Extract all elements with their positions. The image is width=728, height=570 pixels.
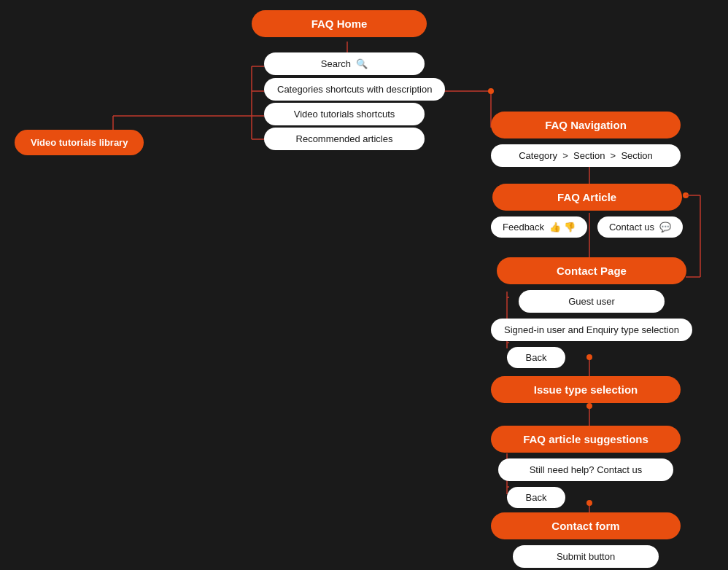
contact-form-node: Contact form Submit button: [491, 512, 681, 568]
faq-suggestions-node: FAQ article suggestions Still need help?…: [491, 426, 681, 508]
signed-in-user-label[interactable]: Signed-in user and Enquiry type selectio…: [491, 319, 692, 341]
faq-suggestions-label[interactable]: FAQ article suggestions: [491, 426, 681, 453]
back-label-contact[interactable]: Back: [507, 347, 565, 368]
breadcrumb-label[interactable]: Category > Section > Section: [491, 144, 681, 167]
search-label[interactable]: Search 🔍: [264, 52, 425, 75]
contact-us-label[interactable]: Contact us 💬: [597, 216, 683, 238]
feedback-label[interactable]: Feedback 👍 👎: [491, 216, 587, 238]
faq-article-label[interactable]: FAQ Article: [492, 184, 682, 211]
submit-button-label[interactable]: Submit button: [513, 545, 659, 568]
video-library-node: Video tutorials library: [15, 130, 144, 155]
svg-point-15: [683, 192, 689, 198]
video-shortcuts-label[interactable]: Video tutorials shortcuts: [264, 103, 425, 125]
categories-node: Categories shortcuts with description: [264, 78, 445, 101]
video-shortcuts-node: Video tutorials shortcuts: [264, 103, 425, 125]
contact-form-label[interactable]: Contact form: [491, 512, 681, 539]
video-library-label[interactable]: Video tutorials library: [15, 130, 144, 155]
contact-page-node: Contact Page Guest user Signed-in user a…: [491, 257, 692, 368]
svg-point-11: [488, 88, 494, 94]
categories-label[interactable]: Categories shortcuts with description: [264, 78, 445, 101]
issue-type-label[interactable]: Issue type selection: [491, 376, 681, 403]
svg-point-26: [586, 403, 592, 409]
still-need-help-label[interactable]: Still need help? Contact us: [498, 458, 673, 481]
diagram-container: FAQ Home Search 🔍 Categories shortcuts w…: [0, 0, 728, 570]
faq-home-label[interactable]: FAQ Home: [252, 10, 427, 37]
faq-home-node: FAQ Home: [252, 10, 427, 37]
faq-navigation-label[interactable]: FAQ Navigation: [491, 112, 681, 138]
faq-navigation-node: FAQ Navigation Category > Section > Sect…: [491, 112, 681, 167]
recommended-node: Recommended articles: [264, 128, 425, 150]
guest-user-label[interactable]: Guest user: [519, 290, 665, 313]
back-label-suggestions[interactable]: Back: [507, 487, 565, 508]
search-node: Search 🔍: [264, 52, 425, 75]
contact-page-label[interactable]: Contact Page: [497, 257, 686, 284]
issue-type-node: Issue type selection: [491, 376, 681, 403]
recommended-label[interactable]: Recommended articles: [264, 128, 425, 150]
faq-article-node: FAQ Article Feedback 👍 👎 Contact us 💬: [491, 184, 683, 238]
